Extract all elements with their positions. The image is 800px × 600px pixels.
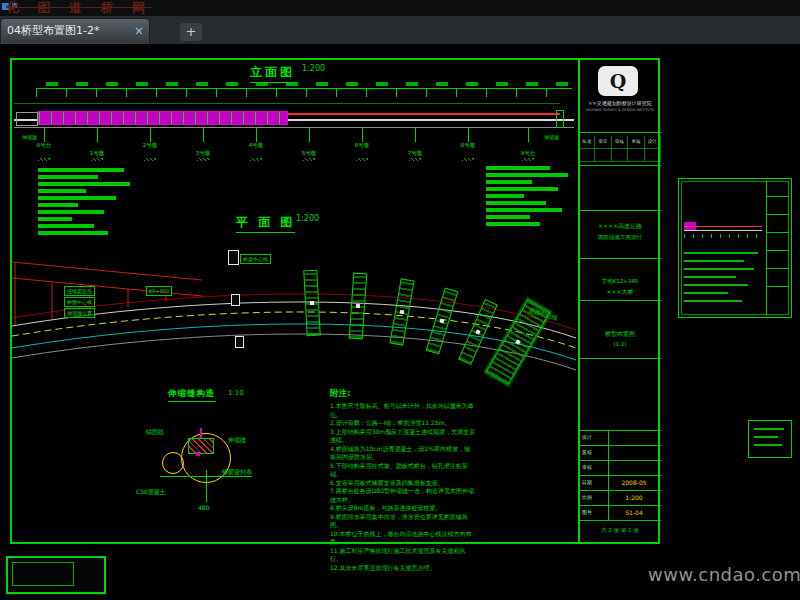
tab-close-icon[interactable]: × bbox=[134, 19, 144, 43]
deck-bottom-line bbox=[14, 127, 574, 128]
ground-hatch bbox=[522, 158, 534, 161]
detail-scale: 1:10 bbox=[228, 389, 244, 397]
sheet-count: 共 2 张 第 1 张 bbox=[579, 527, 661, 534]
titleblock-rule bbox=[579, 520, 661, 521]
new-tab-button[interactable]: + bbox=[180, 23, 202, 41]
plan-label-box: 连续梁起点 bbox=[64, 286, 95, 296]
pier-tick bbox=[528, 128, 529, 142]
command-box-inner bbox=[12, 562, 74, 586]
pier-label: 9号台 bbox=[511, 150, 545, 157]
pier-label: 4号墩 bbox=[239, 142, 273, 149]
plan-centerline-label: 桥梁中心线 bbox=[240, 254, 271, 264]
plan-chainage-box: K0+000 bbox=[146, 286, 172, 296]
approval-label: 批准 bbox=[579, 136, 595, 149]
ground-hatch bbox=[409, 158, 421, 161]
bridge-chainage: 主线K12+345 bbox=[579, 278, 661, 285]
pier-tick bbox=[468, 128, 469, 142]
titleblock-divider bbox=[578, 58, 580, 544]
note-line: 12.其余未尽事宜按现行有关规范办理。 bbox=[330, 564, 476, 573]
meta-value: 1:200 bbox=[610, 490, 658, 505]
section-marker bbox=[235, 336, 244, 348]
titleblock-rule bbox=[579, 258, 661, 259]
section-marker bbox=[228, 250, 239, 265]
pier-tick bbox=[415, 128, 416, 142]
pier-tick bbox=[309, 128, 310, 142]
ground-hatch bbox=[197, 158, 209, 161]
titleblock-rule bbox=[579, 132, 661, 133]
elevation-title: 立面图 bbox=[250, 64, 295, 83]
mini-text-lines bbox=[684, 252, 764, 308]
approval-label: 设计 bbox=[645, 136, 661, 149]
note-line: 2.设计荷载：公路—Ⅰ级，桥面净宽11.25m。 bbox=[330, 419, 476, 428]
mini-deck-line bbox=[684, 230, 762, 231]
approval-label: 审定 bbox=[595, 136, 611, 149]
small-detail-line bbox=[754, 436, 778, 438]
titleblock-rule bbox=[579, 300, 661, 301]
borehole-bars-right bbox=[486, 166, 568, 226]
borehole-bars-left bbox=[38, 168, 130, 235]
mini-sheet-titleblock-divider bbox=[766, 181, 767, 315]
notes-block: 附注: 1.本图尺寸除标高、桩号以米计外，其余均以厘米为单位。 2.设计荷载：公… bbox=[330, 388, 476, 572]
approval-cell bbox=[579, 149, 595, 162]
note-line: 5.下部结构采用柱式墩、肋板式桥台，钻孔灌注桩基础。 bbox=[330, 462, 476, 479]
note-line: 4.桥面铺装为10cm沥青混凝土，设2%双向横坡，铺装层内设防水层。 bbox=[330, 445, 476, 462]
right-joint-label: 伸缩缝 bbox=[544, 134, 559, 140]
approval-label: 审核 bbox=[612, 136, 628, 149]
joint-hatch-block bbox=[188, 438, 214, 454]
meta-value: S1-04 bbox=[610, 505, 658, 520]
joint-magenta-tick bbox=[200, 428, 202, 438]
detail-label-joint: 伸缩缝 bbox=[228, 436, 246, 445]
plan-scale: 1:200 bbox=[296, 214, 319, 223]
mini-red-line bbox=[684, 226, 762, 227]
title-bar: 化 图 道 桥 网 bbox=[0, 0, 800, 16]
meta-label: 复核 bbox=[582, 445, 608, 460]
detail-title: 伸缩缝构造 bbox=[168, 388, 216, 402]
plan-title: 平 面 图 bbox=[236, 214, 295, 233]
mini-cell-rule bbox=[766, 214, 789, 215]
pier-label: 5号墩 bbox=[292, 150, 326, 157]
dimension-chain bbox=[36, 88, 572, 97]
notes-title: 附注: bbox=[330, 388, 476, 400]
approval-grid: 批准 审定 审核 复核 设计 bbox=[579, 136, 661, 162]
detail-label-anchor: 锚固筋 bbox=[146, 428, 164, 437]
pier-tick bbox=[44, 128, 45, 142]
mini-cell-rule bbox=[766, 196, 789, 197]
note-line: 11.施工时应严格按现行施工技术规范及有关规程执行。 bbox=[330, 547, 476, 564]
detail-dim-text: 480 bbox=[198, 504, 209, 511]
bridge-name: ×××大桥 bbox=[579, 288, 661, 297]
pier-label: 0号台 bbox=[27, 142, 61, 149]
institute-name-en: HIGHWAY SURVEY & DESIGN INSTITUTE bbox=[579, 108, 661, 112]
meta-label: 审核 bbox=[582, 460, 608, 475]
meta-value: 2008-05 bbox=[610, 475, 658, 490]
mini-pier-ticks bbox=[684, 234, 762, 238]
institute-logo: Q bbox=[598, 66, 638, 96]
tab-title: 04桥型布置图1-2* bbox=[7, 24, 99, 37]
approval-cell bbox=[628, 149, 644, 162]
small-detail-box bbox=[748, 420, 792, 458]
meta-label: 日期 bbox=[582, 475, 608, 490]
detail-circle-small bbox=[162, 452, 184, 474]
small-detail-line bbox=[754, 444, 782, 446]
span-length-labels bbox=[36, 82, 572, 86]
application-window: 化 图 道 桥 网 04桥型布置图1-2* × + 立面图 1:200 伸缩缝 … bbox=[0, 0, 800, 600]
mini-cell-rule bbox=[766, 250, 789, 251]
note-line: 9.桥面排水采用集中排水，泄水管位置详见桥面铺装图。 bbox=[330, 513, 476, 530]
project-name: ××××高速公路 bbox=[579, 222, 661, 231]
approach-slab-left bbox=[16, 112, 38, 126]
approval-label: 复核 bbox=[628, 136, 644, 149]
meta-label: 设计 bbox=[582, 430, 608, 445]
ground-hatch bbox=[144, 158, 156, 161]
detail-label-seal: 橡胶密封条 bbox=[222, 468, 252, 477]
note-line: 3.上部结构采用30m预应力混凝土连续箱梁，先简支后连续。 bbox=[330, 428, 476, 445]
mini-cell-rule bbox=[766, 286, 789, 287]
document-tab-bar: 04桥型布置图1-2* × + bbox=[0, 16, 800, 45]
ground-hatch bbox=[303, 158, 315, 161]
ground-hatch bbox=[356, 158, 368, 161]
note-line: 10.本桥位于曲线上，墩台均沿道路中心线法线方向布置。 bbox=[330, 530, 476, 547]
mini-cell-rule bbox=[766, 268, 789, 269]
site-watermark-top: 化 图 道 桥 网 bbox=[6, 0, 152, 17]
ground-hatch bbox=[91, 158, 103, 161]
drawing-tab[interactable]: 04桥型布置图1-2* × bbox=[0, 18, 150, 44]
ground-hatch bbox=[462, 158, 474, 161]
note-line: 6.支座采用板式橡胶支座及四氟滑板支座。 bbox=[330, 479, 476, 488]
